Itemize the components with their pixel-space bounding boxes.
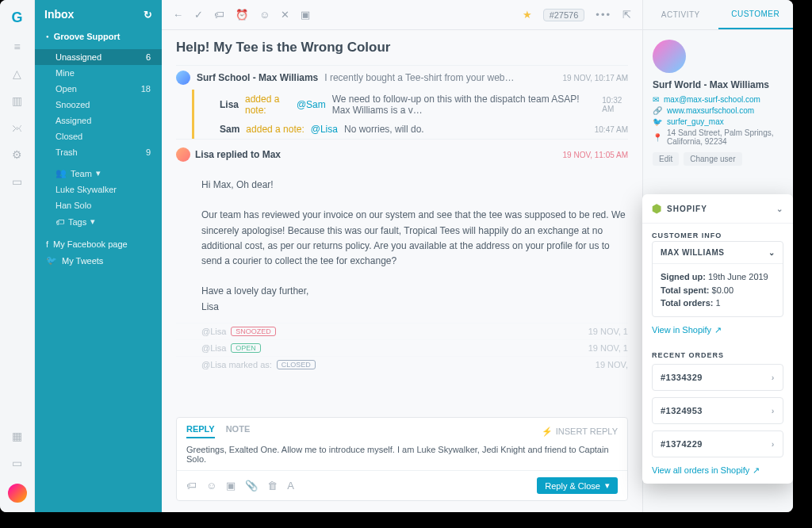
snooze-icon[interactable]: ⏰: [236, 9, 248, 21]
menu-icon[interactable]: ≡: [13, 40, 20, 53]
customer-twitter[interactable]: 🐦surfer_guy_max: [653, 117, 783, 126]
social-twitter[interactable]: 🐦My Tweets: [35, 252, 162, 269]
team-member[interactable]: Han Solo: [35, 197, 162, 213]
view-all-orders[interactable]: View all orders in Shopify ↗: [642, 464, 793, 484]
book-icon[interactable]: ▭: [12, 175, 22, 188]
composer: REPLY NOTE ⚡ INSERT REPLY Greetings, Exa…: [176, 417, 628, 501]
emoji-icon[interactable]: ☺: [206, 480, 216, 492]
reply-header[interactable]: Lisa replied to Max 19 NOV, 11:05 AM: [176, 139, 628, 170]
order-row[interactable]: #1324953›: [652, 397, 783, 424]
customer-address: 📍14 Sand Street, Palm Springs, Californi…: [653, 128, 783, 146]
customer-site[interactable]: 🔗www.maxsurfschool.com: [653, 106, 783, 115]
settings-icon[interactable]: ⚙: [12, 148, 22, 161]
app-logo: G: [11, 10, 22, 26]
mailbox-name[interactable]: Groove Support: [35, 29, 162, 44]
thread: Help! My Tee is the Wrong Colour Surf Sc…: [162, 30, 642, 409]
change-user-button[interactable]: Change user: [684, 152, 741, 166]
customer-email[interactable]: ✉max@max-surf-school.com: [653, 95, 783, 104]
refresh-icon[interactable]: ↻: [144, 9, 152, 21]
assign-icon[interactable]: ☺: [259, 9, 270, 21]
order-row[interactable]: #1334329›: [652, 364, 783, 391]
sidebar-item-open[interactable]: Open18: [35, 81, 162, 97]
internal-note[interactable]: Sam added a note: @Lisa No worries, will…: [192, 120, 628, 139]
send-button[interactable]: Reply & Close ▾: [537, 477, 618, 494]
order-row[interactable]: #1374229›: [652, 430, 783, 457]
chevron-down-icon[interactable]: ⌄: [776, 205, 783, 213]
customer-info-card: MAX WILLIAMS⌄ Signed up: 19th June 2019 …: [652, 241, 783, 317]
filter-icon[interactable]: ✕: [281, 9, 289, 21]
sidebar-item-trash[interactable]: Trash9: [35, 144, 162, 160]
user-avatar[interactable]: [8, 484, 27, 503]
ticket-number: #27576: [543, 9, 585, 21]
merge-icon[interactable]: ▣: [301, 9, 310, 21]
external-icon: ↗: [753, 465, 760, 476]
chevron-right-icon: ›: [772, 406, 775, 415]
trash-icon[interactable]: 🗑: [267, 480, 278, 492]
agent-avatar: [176, 147, 190, 162]
customer-avatar: [653, 40, 686, 73]
columns-icon[interactable]: ▥: [12, 94, 22, 107]
customer-name: Surf World - Max Williams: [653, 79, 783, 90]
chevron-right-icon: ›: [772, 439, 775, 449]
check-icon[interactable]: ✓: [194, 9, 203, 21]
compose-icon[interactable]: △: [13, 67, 21, 80]
ticket-subject: Help! My Tee is the Wrong Colour: [176, 40, 628, 55]
tag-action-icon[interactable]: 🏷: [186, 480, 197, 492]
chevron-right-icon: ›: [772, 373, 775, 382]
icon-rail: G ≡ △ ▥ ⩙ ⚙ ▭ ▦ ▭: [0, 0, 35, 512]
tag-icon[interactable]: 🏷: [214, 9, 224, 21]
sidebar-item-closed[interactable]: Closed: [35, 128, 162, 144]
tab-customer[interactable]: CUSTOMER: [718, 0, 794, 29]
internal-note[interactable]: Lisa added a note: @Sam We need to follo…: [192, 90, 628, 120]
grid-icon[interactable]: ▦: [12, 430, 22, 442]
back-icon[interactable]: ←: [173, 9, 183, 21]
card-icon[interactable]: ▭: [12, 457, 22, 469]
team-member[interactable]: Luke Skywalker: [35, 182, 162, 197]
original-message[interactable]: Surf School - Max Williams I recently bo…: [176, 65, 628, 90]
tab-activity[interactable]: ACTIVITY: [643, 0, 718, 29]
reply-tab[interactable]: REPLY: [186, 424, 215, 438]
reply-body: Hi Max, Oh dear! Our team has reviewed y…: [176, 170, 628, 323]
status-event: @LisaSNOOZED19 NOV, 1: [176, 323, 628, 339]
activity-icon[interactable]: ⩙: [12, 121, 23, 134]
section-recent-orders: RECENT ORDERS: [642, 343, 793, 364]
format-icon[interactable]: A: [287, 480, 294, 492]
sidebar-item-snoozed[interactable]: Snoozed: [35, 97, 162, 113]
sidebar-item-assigned[interactable]: Assigned: [35, 113, 162, 128]
star-icon[interactable]: ★: [523, 9, 532, 21]
shopify-popover: ⬢ SHOPIFY ⌄ CUSTOMER INFO MAX WILLIAMS⌄ …: [642, 194, 793, 484]
chevron-down-icon[interactable]: ⌄: [768, 248, 776, 257]
template-icon[interactable]: ▣: [226, 480, 236, 492]
shopify-label: SHOPIFY: [667, 205, 707, 213]
sender-avatar: [176, 71, 190, 85]
status-event: @LisaOPEN19 NOV, 1: [176, 339, 628, 356]
attach-icon[interactable]: 📎: [245, 480, 258, 492]
note-tab[interactable]: NOTE: [226, 424, 251, 438]
social-facebook[interactable]: fMy Facebook page: [35, 236, 162, 252]
external-icon: ↗: [714, 325, 722, 335]
edit-button[interactable]: Edit: [653, 152, 679, 166]
ticket-toolbar: ← ✓ 🏷 ⏰ ☺ ✕ ▣ ★ #27576 ••• ⇱: [162, 0, 642, 30]
sidebar-item-unassigned[interactable]: Unassigned6: [35, 49, 162, 65]
sidebar: Inbox ↻ Groove Support Unassigned6 Mine …: [35, 0, 162, 512]
tags-heading[interactable]: 🏷Tags▾: [35, 213, 162, 230]
sidebar-title: Inbox: [44, 8, 74, 21]
team-heading[interactable]: 👥Team▾: [35, 165, 162, 182]
section-customer-info: CUSTOMER INFO: [642, 224, 793, 241]
shopify-icon: ⬢: [652, 202, 662, 215]
view-in-shopify[interactable]: View in Shopify ↗: [642, 323, 793, 343]
main-panel: ← ✓ 🏷 ⏰ ☺ ✕ ▣ ★ #27576 ••• ⇱ Help! My Te…: [162, 0, 642, 512]
insert-reply[interactable]: ⚡ INSERT REPLY: [542, 424, 618, 438]
sidebar-item-mine[interactable]: Mine: [35, 65, 162, 81]
composer-body[interactable]: Greetings, Exalted One. Allow me to intr…: [177, 438, 627, 470]
expand-icon[interactable]: ⇱: [622, 9, 631, 21]
status-event: @Lisa marked as:CLOSED19 NOV,: [176, 356, 628, 373]
more-icon[interactable]: •••: [596, 9, 611, 21]
